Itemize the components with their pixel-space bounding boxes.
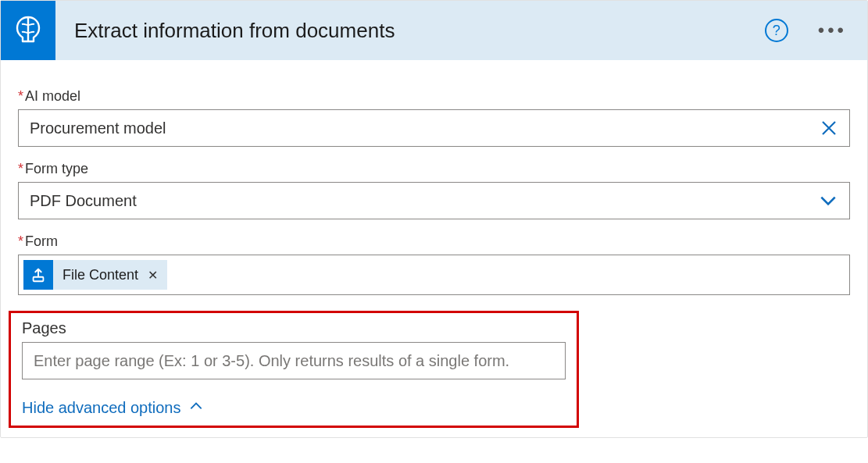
token-label: File Content	[63, 267, 138, 283]
ai-model-value: Procurement model	[30, 119, 820, 137]
form-type-value: PDF Document	[30, 192, 818, 210]
file-content-token[interactable]: File Content ✕	[23, 260, 167, 290]
ai-model-field[interactable]: Procurement model	[18, 109, 850, 147]
svg-rect-0	[34, 277, 44, 282]
ai-model-label: *AI model	[18, 88, 850, 105]
pages-highlight: Pages Enter page range (Ex: 1 or 3-5). O…	[9, 311, 579, 428]
chevron-up-icon	[188, 398, 204, 418]
form-field[interactable]: File Content ✕	[18, 255, 850, 295]
action-body: *AI model Procurement model *Form type P…	[1, 60, 867, 437]
help-icon[interactable]: ?	[765, 19, 788, 42]
chevron-down-icon[interactable]	[818, 191, 838, 211]
token-remove-icon[interactable]: ✕	[148, 268, 158, 283]
ai-builder-icon	[1, 1, 55, 60]
hide-advanced-link[interactable]: Hide advanced options	[22, 398, 566, 418]
token-icon	[23, 260, 53, 290]
action-card: Extract information from documents ? •••…	[0, 0, 868, 438]
pages-input[interactable]: Enter page range (Ex: 1 or 3-5). Only re…	[22, 342, 566, 379]
more-icon[interactable]: •••	[818, 20, 853, 41]
pages-label: Pages	[22, 319, 566, 337]
action-title: Extract information from documents	[66, 19, 754, 43]
form-label: *Form	[18, 233, 850, 250]
pages-placeholder: Enter page range (Ex: 1 or 3-5). Only re…	[34, 352, 509, 370]
action-header[interactable]: Extract information from documents ? •••	[1, 1, 867, 60]
form-type-label: *Form type	[18, 161, 850, 177]
clear-icon[interactable]	[820, 119, 838, 137]
form-type-field[interactable]: PDF Document	[18, 182, 850, 219]
